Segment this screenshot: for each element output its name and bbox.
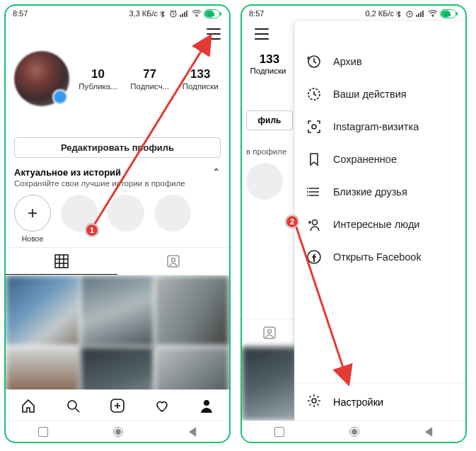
nav-home[interactable] — [6, 390, 50, 421]
svg-point-30 — [307, 191, 308, 193]
profile-stats: 10 Публика... 77 Подписч... 133 Подписки — [76, 67, 221, 91]
svg-rect-22 — [456, 12, 458, 16]
status-time: 8:57 — [13, 9, 28, 18]
profile-row: 10 Публика... 77 Подписч... 133 Подписки — [6, 47, 229, 112]
bluetooth-icon — [396, 9, 403, 18]
recents-button[interactable] — [38, 427, 48, 437]
strip-sub-fragment: в профиле — [242, 130, 297, 156]
status-net: 3,3 КБ/с — [129, 9, 158, 18]
grid-cell[interactable] — [81, 275, 155, 346]
menu-item-saved[interactable]: Сохраненное — [306, 143, 454, 176]
wifi-icon — [428, 10, 438, 17]
android-nav-bar — [6, 421, 229, 442]
svg-rect-2 — [182, 13, 183, 17]
stat-following[interactable]: 133 Подписки — [182, 67, 219, 91]
nav-activity[interactable] — [140, 390, 185, 421]
hamburger-icon[interactable] — [207, 28, 221, 40]
svg-text:63: 63 — [445, 11, 451, 17]
hamburger-icon[interactable] — [255, 28, 269, 40]
plus-icon: + — [14, 195, 51, 232]
nav-add[interactable] — [95, 390, 139, 421]
svg-rect-17 — [418, 13, 419, 17]
grid-cell[interactable] — [81, 347, 155, 389]
strip-edit-fragment: филь — [246, 110, 293, 130]
tagged-icon — [166, 253, 181, 269]
grid-cell — [242, 347, 297, 421]
svg-rect-19 — [422, 11, 424, 17]
home-button[interactable] — [113, 427, 123, 437]
status-time: 8:57 — [249, 9, 264, 18]
grid-cell[interactable] — [155, 275, 229, 346]
gear-icon — [306, 393, 322, 411]
svg-point-29 — [307, 188, 308, 189]
photo-grid — [6, 275, 229, 389]
nav-profile[interactable] — [185, 390, 229, 421]
menu-item-settings[interactable]: Настройки — [295, 382, 465, 421]
facebook-icon — [306, 249, 322, 265]
clock-icon — [306, 86, 322, 102]
tab-tagged[interactable] — [117, 248, 229, 275]
side-menu: Архив Ваши действия Instagram-визитка Со… — [294, 21, 465, 421]
phone-left: 8:57 3,3 КБ/с 63 10 Публик — [4, 4, 231, 443]
list-icon — [306, 184, 322, 200]
tab-tagged[interactable] — [242, 319, 297, 347]
menu-item-nametag[interactable]: Instagram-визитка — [306, 110, 454, 143]
svg-point-11 — [68, 401, 76, 409]
signal-icon — [180, 10, 190, 17]
battery-icon: 63 — [440, 9, 458, 18]
menu-item-activity[interactable]: Ваши действия — [306, 78, 454, 110]
highlights-section: Актуальное из историй ⌃ Сохраняйте свои … — [6, 165, 229, 247]
back-button[interactable] — [425, 427, 432, 437]
highlights-subtitle: Сохраняйте свои лучшие истории в профиле — [14, 179, 221, 188]
svg-rect-18 — [420, 12, 422, 17]
add-person-icon — [306, 217, 322, 232]
edit-profile-button[interactable]: Редактировать профиль — [14, 137, 221, 158]
chevron-up-icon[interactable]: ⌃ — [212, 166, 221, 178]
bookmark-icon — [306, 152, 322, 167]
stat-posts[interactable]: 10 Публика... — [79, 67, 117, 91]
highlights-title: Актуальное из историй — [14, 167, 121, 178]
alarm-icon — [169, 9, 178, 18]
highlight-placeholder — [154, 195, 191, 232]
svg-point-34 — [312, 399, 316, 403]
bluetooth-icon — [160, 9, 167, 18]
status-right: 0,2 КБ/с 63 — [365, 9, 458, 18]
grid-icon — [54, 254, 69, 268]
phone-right: 8:57 0,2 КБ/с 63 133 Подписки филь — [240, 4, 467, 443]
home-icon — [21, 398, 36, 413]
grid-cell[interactable] — [6, 275, 80, 346]
status-net: 0,2 КБ/с — [365, 9, 394, 18]
recents-button[interactable] — [274, 427, 284, 437]
grid-cell[interactable] — [6, 347, 80, 389]
tagged-icon — [262, 325, 277, 341]
grid-cell[interactable] — [155, 347, 229, 389]
svg-point-10 — [172, 258, 175, 262]
avatar[interactable] — [14, 51, 69, 106]
highlight-new[interactable]: + Новое — [14, 195, 51, 243]
svg-point-13 — [204, 400, 209, 406]
tab-grid[interactable] — [6, 248, 117, 275]
menu-item-facebook[interactable]: Открыть Facebook — [306, 241, 454, 273]
menu-item-archive[interactable]: Архив — [306, 45, 454, 78]
back-button[interactable] — [189, 427, 196, 437]
strip-stat: 133 Подписки — [242, 47, 297, 79]
menu-item-discover[interactable]: Интересные люди — [306, 208, 454, 241]
scan-icon — [306, 119, 322, 135]
home-button[interactable] — [349, 427, 359, 437]
svg-point-32 — [313, 220, 318, 225]
profile-tabs — [6, 247, 229, 275]
svg-point-25 — [268, 330, 272, 333]
menu-item-close-friends[interactable]: Близкие друзья — [306, 176, 454, 208]
nav-search[interactable] — [50, 390, 95, 421]
stat-followers[interactable]: 77 Подписч... — [130, 67, 169, 91]
plus-square-icon — [110, 398, 125, 413]
svg-point-28 — [312, 125, 316, 129]
svg-rect-3 — [184, 12, 185, 17]
alarm-icon — [405, 9, 414, 18]
annotation-badge-1: 1 — [86, 224, 98, 236]
profile-icon — [199, 398, 214, 413]
svg-rect-7 — [220, 12, 221, 16]
search-icon — [65, 398, 81, 413]
highlight-placeholder — [108, 195, 144, 232]
svg-point-31 — [307, 195, 308, 196]
